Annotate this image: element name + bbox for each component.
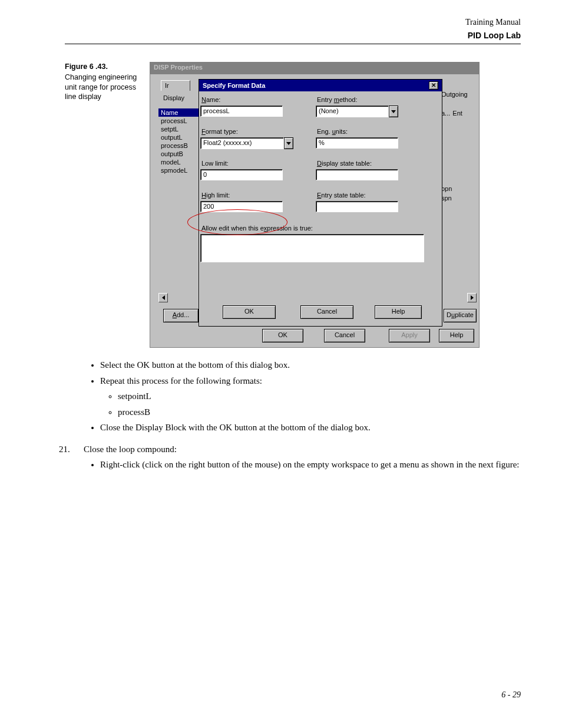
right-val: . (441, 138, 477, 147)
right-val: . (441, 129, 477, 138)
list-item[interactable]: outputB (158, 150, 201, 158)
list-item[interactable]: processL (158, 117, 201, 125)
scroll-right-icon[interactable] (467, 293, 477, 302)
back-help-button[interactable]: Help (439, 329, 474, 342)
right-val: opn (441, 185, 477, 195)
dialog-title-text: Specify Format Data (203, 82, 265, 89)
format-type-combo[interactable]: Float2 (xxxxx.xx) (200, 137, 293, 149)
instruction-bullet: Right-click (click on the right button o… (100, 458, 521, 472)
back-apply-button: Apply (389, 329, 430, 342)
chevron-down-icon[interactable] (389, 106, 398, 117)
low-limit-input[interactable]: 0 (200, 169, 283, 180)
duplicate-button[interactable]: Duplicate (444, 309, 477, 322)
figure-caption: Figure 6 .43. Changing engineering unit … (65, 62, 141, 101)
header-manual: Training Manual (65, 18, 521, 27)
high-limit-input[interactable]: 200 (200, 201, 283, 212)
specify-format-dialog: Specify Format Data ✕ Name: processL For… (199, 79, 442, 327)
scroll-left-icon[interactable] (158, 293, 168, 302)
eng-units-input[interactable]: % (316, 137, 398, 149)
back-ok-button[interactable]: OK (262, 329, 303, 342)
right-column: Outgoing (441, 91, 477, 100)
display-state-input[interactable] (316, 169, 398, 180)
list-item[interactable]: outputL (158, 133, 201, 141)
list-item[interactable]: processB (158, 141, 201, 150)
right-val: . (441, 147, 477, 157)
eng-units-label: Eng. units: (317, 128, 348, 135)
list-item[interactable]: setptL (158, 125, 201, 133)
right-val: spn (441, 195, 477, 204)
format-type-label: Format type: (201, 128, 238, 135)
screenshot-disp-properties: DISP Properties Ir Display Name processL… (150, 62, 480, 348)
right-sub-headers: a... Ent . . . . opn spn (441, 110, 477, 204)
list-item[interactable]: modeL (158, 158, 201, 166)
instruction-text: Select the OK button at the bottom of th… (65, 358, 521, 474)
header-lab: PID Loop Lab (65, 31, 521, 40)
figure-caption-text: Changing engineering unit range for proc… (65, 73, 141, 101)
display-label: Display (163, 94, 184, 101)
display-state-label: Display state table: (317, 160, 372, 167)
entry-state-input[interactable] (316, 201, 398, 212)
entry-method-combo[interactable]: (None) (316, 106, 398, 117)
name-input[interactable]: processL (200, 106, 283, 117)
instruction-bullet: Repeat this process for the following fo… (100, 374, 521, 419)
col-ent: Ent (452, 110, 462, 119)
back-cancel-button[interactable]: Cancel (324, 329, 365, 342)
high-limit-label: High limit: (201, 192, 230, 199)
figure-number: Figure 6 .43. (65, 62, 141, 71)
entry-method-value: (None) (316, 106, 389, 117)
back-tab[interactable]: Ir (161, 80, 190, 91)
step-number: 21. (59, 443, 84, 474)
format-type-value: Float2 (xxxxx.xx) (200, 137, 284, 149)
expression-input[interactable] (200, 234, 424, 262)
instruction-subbullet: setpointL (118, 390, 521, 403)
header-rule (65, 44, 521, 44)
entry-method-label: Entry method: (317, 96, 358, 103)
instruction-subbullet: processB (118, 406, 521, 419)
dialog-help-button[interactable]: Help (375, 305, 422, 319)
dialog-ok-button[interactable]: OK (223, 305, 276, 319)
col-a: a... (441, 110, 450, 119)
outgoing-header: Outgoing (441, 91, 477, 100)
dialog-cancel-button[interactable]: Cancel (300, 305, 353, 319)
add-button[interactable]: Add... (163, 309, 199, 322)
name-list[interactable]: Name processL setptL outputL processB ou… (158, 108, 201, 189)
low-limit-label: Low limit: (201, 160, 229, 167)
right-val: . (441, 119, 477, 129)
page-number: 6 - 29 (501, 690, 521, 700)
entry-state-label: Entry state table: (317, 192, 366, 199)
close-icon[interactable]: ✕ (429, 81, 438, 90)
list-item[interactable]: spmodeL (158, 166, 201, 174)
instruction-bullet: Select the OK button at the bottom of th… (100, 358, 521, 372)
back-window-title: DISP Properties (150, 62, 480, 74)
instruction-bullet: Close the Display Block with the OK butt… (100, 421, 521, 434)
name-label: Name: (201, 96, 220, 103)
chevron-down-icon[interactable] (284, 137, 293, 149)
name-list-header: Name (158, 108, 201, 117)
step-text: Close the loop compound: (84, 443, 521, 456)
allow-edit-label: Allow edit when this expression is true: (201, 225, 313, 232)
